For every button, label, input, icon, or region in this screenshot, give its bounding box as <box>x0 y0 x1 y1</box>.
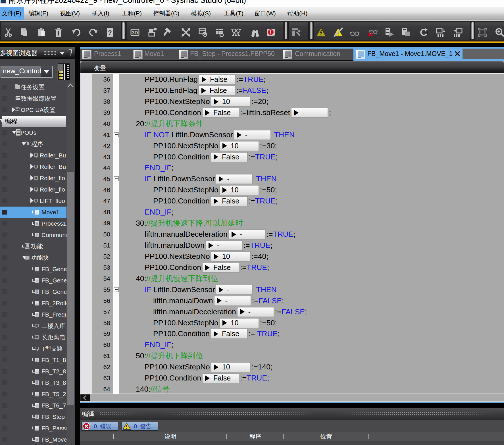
svg-text:3D: 3D <box>132 30 138 36</box>
svg-text:?: ? <box>108 29 112 36</box>
